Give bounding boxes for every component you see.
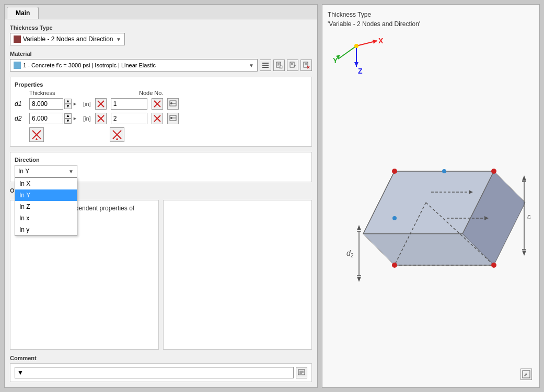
delete-icon (303, 62, 310, 69)
panel-content: Thickness Type Variable - 2 Nodes and Di… (5, 19, 317, 387)
main-container: Main Thickness Type Variable - 2 Nodes a… (0, 0, 544, 392)
d1-thickness-spinner[interactable]: ▲ ▼ ► (29, 98, 77, 110)
d1-thickness-input[interactable] (29, 98, 63, 110)
d2-thickness-spinner[interactable]: ▲ ▼ ► (29, 113, 77, 124)
material-new-btn[interactable] (273, 60, 285, 71)
material-value: 1 - Concrete f'c = 3000 psi | Isotropic … (23, 62, 156, 68)
svg-point-83 (392, 263, 397, 268)
d2-thickness-input[interactable] (29, 113, 63, 124)
diagram-area: d 1 d 2 (328, 80, 534, 366)
d1-unit: [in] (83, 101, 91, 107)
node-icon-d1 (169, 100, 177, 108)
properties-cross-btn-1[interactable] (29, 127, 44, 142)
svg-marker-71 (522, 251, 526, 256)
thickness-type-value: Variable - 2 Nodes and Direction (23, 35, 113, 43)
svg-text:Y: Y (333, 56, 338, 65)
material-dropdown-chevron: ▼ (249, 63, 254, 68)
d1-arrow: ► (73, 101, 77, 106)
d2-spin-down[interactable]: ▼ (64, 118, 72, 124)
cross-icon-d1 (97, 100, 105, 108)
svg-rect-1 (262, 65, 269, 66)
d1-spin-down[interactable]: ▼ (64, 104, 72, 109)
thickness-type-label: Thickness Type (10, 25, 312, 31)
svg-marker-70 (522, 175, 526, 181)
d2-node-input[interactable] (111, 113, 147, 124)
svg-text:⇗: ⇗ (524, 372, 528, 377)
comment-icon (298, 369, 305, 376)
right-panel-header: Thickness Type 'Variable - 2 Nodes and D… (328, 10, 534, 29)
d1-node-cross-btn[interactable] (95, 98, 107, 110)
left-panel: Main Thickness Type Variable - 2 Nodes a… (4, 4, 318, 388)
d2-node-cross2[interactable] (152, 113, 163, 124)
d1-label: d1 (15, 100, 25, 108)
comment-section-wrapper: Comment ▼ (10, 355, 312, 382)
direction-value: In Y (18, 168, 29, 175)
cross-icon-d2 (97, 114, 105, 123)
direction-label: Direction (15, 157, 307, 163)
d2-node-icon-btn[interactable] (167, 113, 179, 124)
tab-bar: Main (5, 5, 317, 19)
edit-icon (289, 62, 296, 69)
direction-option-inz[interactable]: In Z (15, 201, 77, 212)
svg-point-30 (170, 117, 172, 119)
material-list-btn[interactable] (260, 60, 271, 71)
material-edit-btn[interactable] (287, 60, 298, 71)
svg-point-85 (442, 169, 446, 173)
material-dropdown[interactable]: 1 - Concrete f'c = 3000 psi | Isotropic … (10, 59, 258, 72)
d1-node-input[interactable] (111, 98, 147, 110)
tab-main[interactable]: Main (7, 7, 39, 19)
properties-row-d1: d1 ▲ ▼ ► [in] (15, 98, 307, 110)
properties-bottom-btns (15, 127, 307, 142)
axis-diagram: Y X Z (328, 33, 534, 75)
direction-dropdown-container: In Y ▼ In X In Y In Z In x In y (15, 165, 77, 177)
d2-node-cross-btn[interactable] (95, 113, 107, 124)
material-section: Material 1 - Concrete f'c = 3000 psi | I… (10, 51, 312, 72)
comment-icon-btn[interactable] (296, 367, 307, 378)
axis-svg: Y X Z (328, 33, 390, 75)
bottom-icon-bar: ⇗ (328, 366, 534, 382)
node-icon-d2 (169, 115, 177, 122)
svg-text:d: d (527, 212, 530, 221)
right-panel-icon-btn[interactable]: ⇗ (520, 369, 532, 380)
properties-row-d2: d2 ▲ ▼ ► [in] (15, 113, 307, 124)
direction-chevron: ▼ (68, 169, 74, 174)
properties-cross-icon-2 (112, 129, 122, 140)
svg-point-84 (491, 263, 496, 268)
direction-section: Direction In Y ▼ In X In Y In Z In x In … (10, 152, 312, 182)
cross-icon-d2b (153, 114, 161, 123)
svg-marker-48 (373, 40, 377, 44)
comment-row: ▼ (10, 363, 312, 382)
properties-cross-btn-2[interactable] (110, 127, 124, 142)
d1-node-cross2[interactable] (152, 98, 163, 110)
d1-spin-up[interactable]: ▲ (64, 99, 72, 104)
direction-option-iny[interactable]: In Y (15, 189, 77, 201)
d2-spin-up[interactable]: ▲ (64, 113, 72, 118)
direction-option-inyl[interactable]: In y (15, 224, 77, 235)
d2-spin-buttons: ▲ ▼ (64, 113, 72, 124)
properties-cross-icon-1 (31, 129, 42, 140)
cross-icon-d1b (153, 100, 161, 108)
thickness-col-header: Thickness (29, 90, 113, 96)
direction-option-inx[interactable]: In X (15, 178, 77, 189)
box-diagram-svg: d 1 d 2 (332, 150, 530, 296)
right-panel: Thickness Type 'Variable - 2 Nodes and D… (322, 4, 540, 388)
material-label: Material (10, 51, 312, 57)
export-icon: ⇗ (522, 370, 530, 378)
direction-dropdown[interactable]: In Y ▼ (15, 165, 77, 177)
direction-option-inxl[interactable]: In x (15, 212, 77, 224)
comment-input[interactable]: ▼ (15, 367, 294, 378)
svg-point-82 (491, 169, 496, 174)
svg-point-53 (354, 44, 358, 48)
thickness-type-section: Thickness Type Variable - 2 Nodes and Di… (10, 25, 312, 45)
thickness-type-dropdown[interactable]: Variable - 2 Nodes and Direction ▼ (10, 33, 125, 45)
svg-point-86 (392, 216, 397, 220)
right-title-line2: 'Variable - 2 Nodes and Direction' (328, 19, 534, 29)
material-delete-btn[interactable] (300, 60, 312, 71)
svg-line-44 (338, 46, 356, 59)
d2-arrow: ► (73, 116, 77, 121)
d1-node-icon-btn[interactable] (167, 98, 179, 110)
svg-rect-0 (262, 63, 269, 64)
list-icon (262, 62, 269, 69)
right-title-line1: Thickness Type (328, 10, 534, 19)
node-col-header: Node No. (139, 90, 163, 96)
